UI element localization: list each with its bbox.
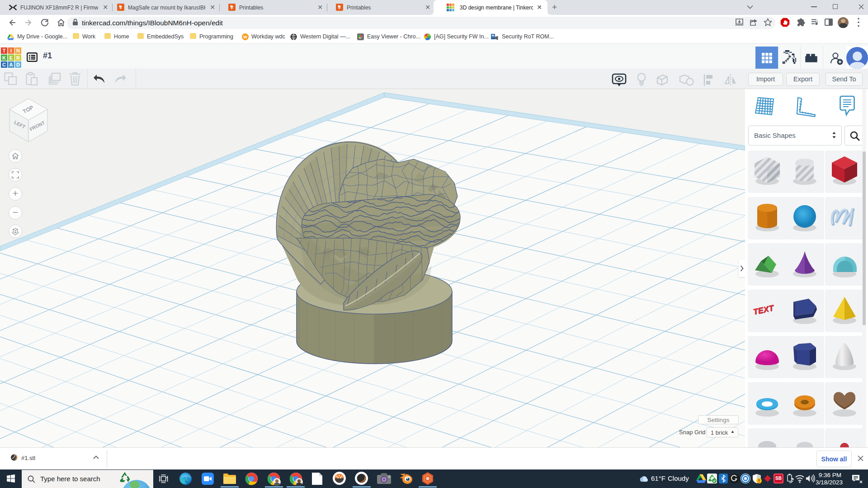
svg-text:A: A <box>9 62 13 67</box>
svg-text:T: T <box>3 48 6 53</box>
svg-text:C: C <box>2 62 6 67</box>
svg-text:N: N <box>16 48 20 53</box>
svg-text:K: K <box>2 55 6 61</box>
svg-text:E: E <box>9 55 13 61</box>
svg-text:D: D <box>16 62 20 67</box>
svg-text:I: I <box>10 48 12 53</box>
svg-text:R: R <box>16 55 20 61</box>
